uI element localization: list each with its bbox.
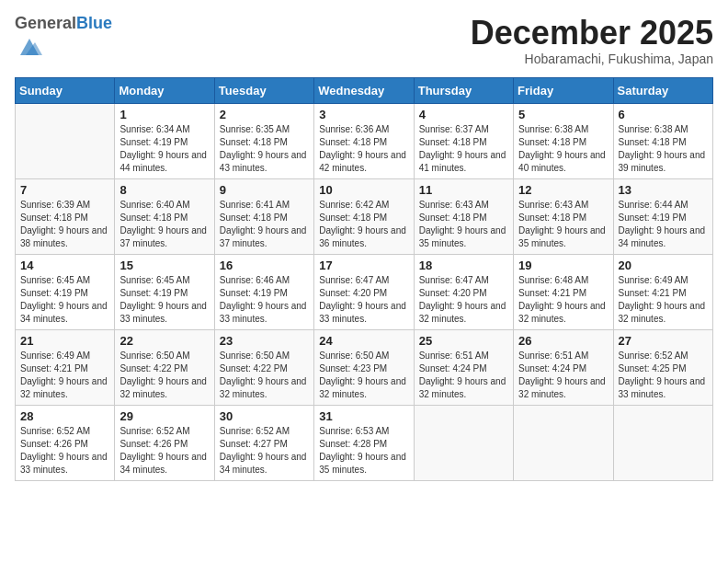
month-title: December 2025 <box>471 15 713 52</box>
day-info: Sunrise: 6:40 AMSunset: 4:18 PMDaylight:… <box>119 199 209 250</box>
calendar-day-cell: 8Sunrise: 6:40 AMSunset: 4:18 PMDaylight… <box>115 178 214 254</box>
calendar-day-cell <box>514 405 613 480</box>
day-number: 29 <box>119 409 209 423</box>
day-info: Sunrise: 6:41 AMSunset: 4:18 PMDaylight:… <box>220 199 309 250</box>
calendar-day-cell: 18Sunrise: 6:47 AMSunset: 4:20 PMDayligh… <box>414 254 513 329</box>
calendar-day-cell: 24Sunrise: 6:50 AMSunset: 4:23 PMDayligh… <box>314 329 414 405</box>
day-info: Sunrise: 6:50 AMSunset: 4:22 PMDaylight:… <box>220 350 309 401</box>
calendar-day-cell: 13Sunrise: 6:44 AMSunset: 4:19 PMDayligh… <box>613 178 712 254</box>
calendar-week-row: 14Sunrise: 6:45 AMSunset: 4:19 PMDayligh… <box>16 254 713 329</box>
logo-general: General <box>15 14 76 32</box>
title-block: December 2025 Hobaramachi, Fukushima, Ja… <box>471 15 713 66</box>
calendar-day-cell: 10Sunrise: 6:42 AMSunset: 4:18 PMDayligh… <box>314 178 414 254</box>
day-info: Sunrise: 6:48 AMSunset: 4:21 PMDaylight:… <box>518 274 608 326</box>
calendar-day-cell: 19Sunrise: 6:48 AMSunset: 4:21 PMDayligh… <box>514 254 613 329</box>
day-number: 25 <box>419 334 508 348</box>
calendar-day-cell: 6Sunrise: 6:38 AMSunset: 4:18 PMDaylight… <box>613 103 712 178</box>
day-number: 22 <box>119 334 209 348</box>
day-info: Sunrise: 6:35 AMSunset: 4:18 PMDaylight:… <box>220 123 309 175</box>
calendar-day-cell: 20Sunrise: 6:49 AMSunset: 4:21 PMDayligh… <box>613 254 712 329</box>
day-number: 8 <box>119 183 209 197</box>
day-info: Sunrise: 6:44 AMSunset: 4:19 PMDaylight:… <box>619 199 708 250</box>
day-info: Sunrise: 6:50 AMSunset: 4:23 PMDaylight:… <box>319 350 408 401</box>
calendar-day-cell: 11Sunrise: 6:43 AMSunset: 4:18 PMDayligh… <box>414 178 513 254</box>
day-info: Sunrise: 6:49 AMSunset: 4:21 PMDaylight:… <box>20 350 109 401</box>
logo-blue: Blue <box>76 14 112 32</box>
day-number: 2 <box>220 108 309 121</box>
day-number: 16 <box>220 259 309 272</box>
day-info: Sunrise: 6:52 AMSunset: 4:27 PMDaylight:… <box>220 425 309 477</box>
day-info: Sunrise: 6:53 AMSunset: 4:28 PMDaylight:… <box>319 425 408 477</box>
calendar-week-row: 21Sunrise: 6:49 AMSunset: 4:21 PMDayligh… <box>16 329 713 405</box>
day-info: Sunrise: 6:39 AMSunset: 4:18 PMDaylight:… <box>20 199 109 250</box>
day-info: Sunrise: 6:47 AMSunset: 4:20 PMDaylight:… <box>319 274 408 326</box>
day-info: Sunrise: 6:52 AMSunset: 4:26 PMDaylight:… <box>119 425 209 477</box>
day-number: 7 <box>20 183 109 197</box>
calendar-day-cell: 15Sunrise: 6:45 AMSunset: 4:19 PMDayligh… <box>115 254 214 329</box>
day-number: 4 <box>419 108 508 121</box>
calendar-day-cell <box>613 405 712 480</box>
day-number: 11 <box>419 183 508 197</box>
day-info: Sunrise: 6:52 AMSunset: 4:26 PMDaylight:… <box>20 425 109 477</box>
day-info: Sunrise: 6:45 AMSunset: 4:19 PMDaylight:… <box>119 274 209 326</box>
calendar-day-cell: 28Sunrise: 6:52 AMSunset: 4:26 PMDayligh… <box>16 405 115 480</box>
day-info: Sunrise: 6:42 AMSunset: 4:18 PMDaylight:… <box>319 199 408 250</box>
day-number: 18 <box>419 259 508 272</box>
calendar-day-cell: 22Sunrise: 6:50 AMSunset: 4:22 PMDayligh… <box>115 329 214 405</box>
day-info: Sunrise: 6:45 AMSunset: 4:19 PMDaylight:… <box>20 274 109 326</box>
weekday-header-row: SundayMondayTuesdayWednesdayThursdayFrid… <box>16 77 713 103</box>
calendar-day-cell: 25Sunrise: 6:51 AMSunset: 4:24 PMDayligh… <box>414 329 513 405</box>
weekday-header: Saturday <box>613 77 712 103</box>
day-number: 14 <box>20 259 109 272</box>
calendar-day-cell: 21Sunrise: 6:49 AMSunset: 4:21 PMDayligh… <box>16 329 115 405</box>
page-header: GeneralBlue December 2025 Hobaramachi, F… <box>15 15 713 66</box>
day-number: 13 <box>619 183 708 197</box>
day-number: 23 <box>220 334 309 348</box>
weekday-header: Tuesday <box>214 77 313 103</box>
day-info: Sunrise: 6:46 AMSunset: 4:19 PMDaylight:… <box>220 274 309 326</box>
calendar-day-cell: 14Sunrise: 6:45 AMSunset: 4:19 PMDayligh… <box>16 254 115 329</box>
day-info: Sunrise: 6:43 AMSunset: 4:18 PMDaylight:… <box>419 199 508 250</box>
day-number: 27 <box>619 334 708 348</box>
calendar-week-row: 28Sunrise: 6:52 AMSunset: 4:26 PMDayligh… <box>16 405 713 480</box>
day-number: 12 <box>518 183 608 197</box>
day-info: Sunrise: 6:47 AMSunset: 4:20 PMDaylight:… <box>419 274 508 326</box>
calendar-day-cell <box>16 103 115 178</box>
day-info: Sunrise: 6:49 AMSunset: 4:21 PMDaylight:… <box>619 274 708 326</box>
calendar-table: SundayMondayTuesdayWednesdayThursdayFrid… <box>15 77 713 481</box>
day-info: Sunrise: 6:37 AMSunset: 4:18 PMDaylight:… <box>419 123 508 175</box>
day-number: 5 <box>518 108 608 121</box>
calendar-day-cell: 30Sunrise: 6:52 AMSunset: 4:27 PMDayligh… <box>214 405 313 480</box>
day-number: 15 <box>119 259 209 272</box>
calendar-day-cell: 29Sunrise: 6:52 AMSunset: 4:26 PMDayligh… <box>115 405 214 480</box>
day-number: 24 <box>319 334 408 348</box>
day-info: Sunrise: 6:43 AMSunset: 4:18 PMDaylight:… <box>518 199 608 250</box>
calendar-day-cell: 17Sunrise: 6:47 AMSunset: 4:20 PMDayligh… <box>314 254 414 329</box>
day-number: 26 <box>518 334 608 348</box>
calendar-day-cell: 2Sunrise: 6:35 AMSunset: 4:18 PMDaylight… <box>214 103 313 178</box>
calendar-day-cell: 12Sunrise: 6:43 AMSunset: 4:18 PMDayligh… <box>514 178 613 254</box>
logo-icon <box>17 33 42 59</box>
calendar-day-cell: 23Sunrise: 6:50 AMSunset: 4:22 PMDayligh… <box>214 329 313 405</box>
calendar-week-row: 1Sunrise: 6:34 AMSunset: 4:19 PMDaylight… <box>16 103 713 178</box>
calendar-day-cell: 16Sunrise: 6:46 AMSunset: 4:19 PMDayligh… <box>214 254 313 329</box>
weekday-header: Friday <box>514 77 613 103</box>
weekday-header: Thursday <box>414 77 513 103</box>
day-number: 1 <box>119 108 209 121</box>
day-number: 31 <box>319 409 408 423</box>
day-info: Sunrise: 6:36 AMSunset: 4:18 PMDaylight:… <box>319 123 408 175</box>
day-info: Sunrise: 6:51 AMSunset: 4:24 PMDaylight:… <box>518 350 608 401</box>
calendar-day-cell: 1Sunrise: 6:34 AMSunset: 4:19 PMDaylight… <box>115 103 214 178</box>
calendar-day-cell: 26Sunrise: 6:51 AMSunset: 4:24 PMDayligh… <box>514 329 613 405</box>
calendar-day-cell: 5Sunrise: 6:38 AMSunset: 4:18 PMDaylight… <box>514 103 613 178</box>
day-number: 28 <box>20 409 109 423</box>
day-number: 9 <box>220 183 309 197</box>
location: Hobaramachi, Fukushima, Japan <box>471 52 713 66</box>
weekday-header: Monday <box>115 77 214 103</box>
calendar-day-cell: 27Sunrise: 6:52 AMSunset: 4:25 PMDayligh… <box>613 329 712 405</box>
day-info: Sunrise: 6:34 AMSunset: 4:19 PMDaylight:… <box>119 123 209 175</box>
day-number: 30 <box>220 409 309 423</box>
calendar-day-cell: 9Sunrise: 6:41 AMSunset: 4:18 PMDaylight… <box>214 178 313 254</box>
day-info: Sunrise: 6:38 AMSunset: 4:18 PMDaylight:… <box>518 123 608 175</box>
day-info: Sunrise: 6:50 AMSunset: 4:22 PMDaylight:… <box>119 350 209 401</box>
